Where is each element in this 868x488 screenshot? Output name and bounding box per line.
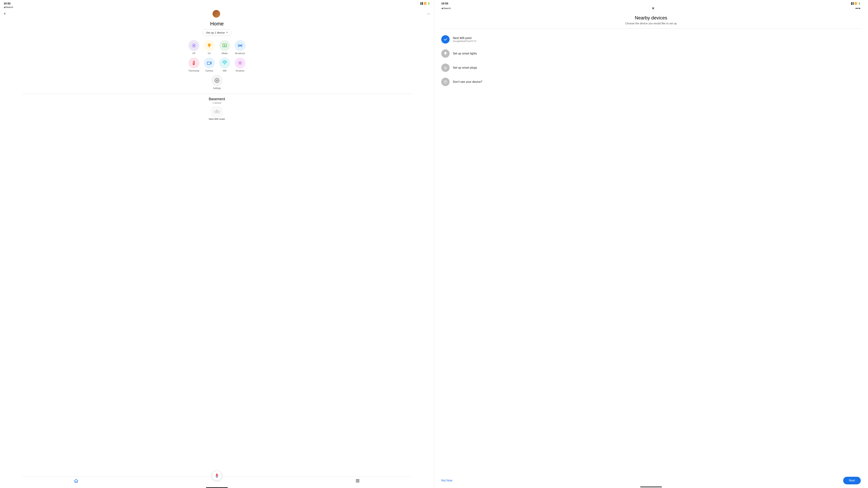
broadcast-icon (238, 43, 243, 48)
checkmark-icon (443, 37, 447, 41)
icons-grid: Off On Media (186, 40, 248, 92)
svg-rect-14 (356, 482, 360, 482)
settings-gear-icon (214, 78, 219, 83)
icon-broadcast[interactable]: Broadcast (232, 40, 248, 55)
right-battery-icon: 🔋 (858, 2, 861, 5)
media-icon (222, 43, 227, 48)
device-list: Nest Wifi point GoogleNestPoint7C72 Set … (441, 32, 861, 89)
question-icon (443, 80, 447, 84)
router-icon (214, 109, 220, 114)
setup-banner-close[interactable]: × (226, 31, 228, 34)
left-top-nav: + ··· (0, 9, 434, 20)
not-found-text: Don't see your device? (453, 80, 482, 84)
room-device-count: 1 device (213, 102, 221, 104)
icon-circle-routines (235, 58, 246, 68)
device-item-smart-lights[interactable]: Set up smart lights (441, 47, 861, 61)
smart-lights-text: Set up smart lights (453, 52, 477, 55)
svg-point-2 (239, 45, 241, 46)
icon-circle-media (219, 40, 230, 51)
left-time: 10:52 (4, 2, 10, 5)
nest-wifi-point-icon (441, 35, 450, 44)
smart-plugs-icon (441, 63, 450, 72)
list-tab[interactable] (355, 479, 360, 484)
home-tab[interactable] (74, 479, 79, 484)
not-now-button[interactable]: Not Now (441, 479, 452, 482)
more-options-button[interactable]: ••• (856, 6, 861, 11)
setup-banner[interactable]: Set up 1 device × (203, 29, 231, 36)
svg-rect-11 (216, 110, 217, 111)
svg-point-8 (216, 80, 218, 81)
svg-point-10 (216, 111, 217, 112)
svg-point-7 (239, 62, 241, 64)
icon-label-on: On (208, 52, 211, 55)
device-item-name-1: Set up smart lights (453, 52, 477, 55)
left-back-search[interactable]: ◀ Search (4, 6, 13, 8)
left-bottom-bar (0, 477, 434, 488)
left-back-bar: ◀ Search (0, 6, 434, 9)
left-status-bar: 10:52 ▐▐ 📶 🔋 (0, 0, 434, 6)
wifi-status-icon: 📶 (424, 2, 427, 5)
icon-on[interactable]: On (202, 40, 217, 55)
svg-point-17 (444, 67, 446, 69)
icon-wifi[interactable]: Wifi (217, 58, 232, 72)
icon-circle-thermostat (188, 58, 199, 68)
next-button[interactable]: Next (843, 477, 861, 484)
icon-routines[interactable]: Routines (232, 58, 248, 72)
icon-circle-off (188, 40, 199, 51)
close-button[interactable]: ✕ (652, 6, 655, 10)
camera-icon (207, 60, 212, 65)
icon-label-off: Off (192, 52, 195, 55)
section-divider (22, 94, 412, 94)
icon-off[interactable]: Off (186, 40, 202, 55)
nest-wifi-router-card[interactable]: Nest Wifi router (209, 107, 225, 120)
device-item-name-3: Don't see your device? (453, 80, 482, 84)
nest-wifi-point-text: Nest Wifi point GoogleNestPoint7C72 (453, 36, 476, 42)
wifi-icon (222, 60, 227, 65)
right-signal-icon: ▐▐ (850, 2, 854, 5)
add-button[interactable]: + (4, 11, 6, 16)
icon-label-thermostat: Thermostat (188, 69, 199, 72)
mic-button[interactable] (212, 470, 222, 481)
icon-label-settings: Settings (213, 87, 221, 89)
signal-icon: ▐▐ (420, 2, 423, 5)
home-indicator-left (206, 487, 228, 488)
icon-label-broadcast: Broadcast (235, 52, 245, 55)
device-item-name-0: Nest Wifi point (453, 36, 476, 40)
right-back-bar: ◀ Search ✕ ••• (441, 6, 861, 11)
home-title: Home (210, 21, 224, 27)
icon-thermostat[interactable]: Thermostat (186, 58, 202, 72)
icon-media[interactable]: Media (217, 40, 232, 55)
thermostat-icon (191, 60, 196, 65)
svg-marker-1 (224, 45, 225, 46)
svg-point-6 (224, 64, 225, 65)
svg-rect-5 (207, 62, 210, 64)
icon-circle-on (204, 40, 215, 51)
home-indicator-right (640, 487, 662, 487)
bulb-icon (443, 52, 447, 56)
right-status-icons: ▐▐ 📶 🔋 (850, 2, 861, 5)
right-wifi-icon: 📶 (855, 2, 857, 5)
menu-button[interactable]: ··· (427, 11, 430, 16)
icon-camera[interactable]: Camera (202, 58, 217, 72)
device-item-not-found[interactable]: Don't see your device? (441, 75, 861, 89)
device-icon-box (212, 107, 222, 116)
battery-icon: 🔋 (428, 2, 430, 5)
left-panel: 10:52 ▐▐ 📶 🔋 ◀ Search + ··· Home Set up … (0, 0, 434, 488)
icon-circle-wifi (219, 58, 230, 68)
icon-settings[interactable]: Settings (209, 75, 225, 89)
icon-label-camera: Camera (205, 69, 213, 72)
icon-circle-camera (204, 58, 215, 68)
on-bulb-icon (207, 43, 212, 48)
svg-point-3 (193, 63, 194, 65)
smart-plugs-text: Set up smart plugs (453, 66, 477, 69)
svg-rect-13 (356, 481, 360, 481)
right-back-search[interactable]: ◀ Search (441, 7, 451, 10)
device-item-nest-wifi-point[interactable]: Nest Wifi point GoogleNestPoint7C72 (441, 32, 861, 47)
device-item-smart-plugs[interactable]: Set up smart plugs (441, 61, 861, 75)
nearby-title: Nearby devices (441, 15, 861, 21)
device-item-sub-0: GoogleNestPoint7C72 (453, 40, 476, 42)
routines-icon (238, 60, 243, 65)
list-tab-icon (355, 479, 360, 483)
right-panel: 10:53 ▐▐ 📶 🔋 ◀ Search ✕ ••• Nearby devic… (434, 0, 868, 488)
svg-rect-12 (356, 479, 360, 480)
